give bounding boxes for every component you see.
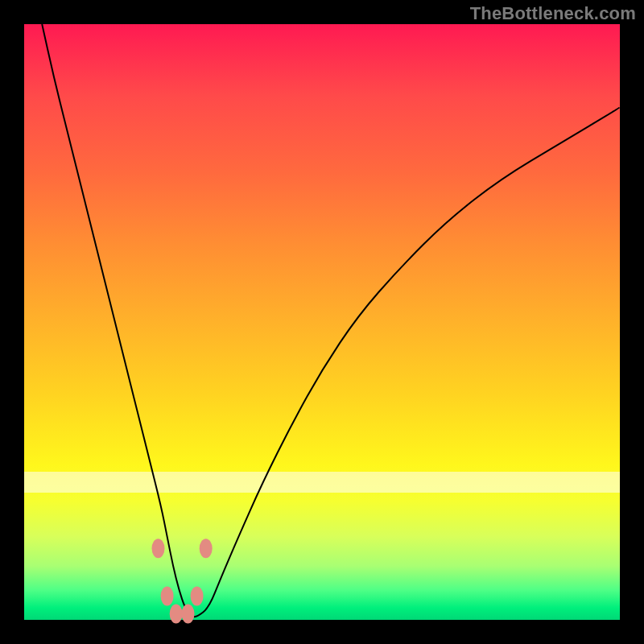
chart-canvas: TheBottleneck.com [0, 0, 644, 644]
watermark-text: TheBottleneck.com [470, 3, 636, 24]
marker-group [152, 539, 213, 623]
plot-area [24, 24, 620, 620]
marker-point [182, 605, 195, 624]
curve-path [42, 24, 620, 617]
marker-point [152, 539, 165, 558]
bottleneck-curve [24, 24, 620, 620]
marker-point [191, 586, 204, 605]
marker-point [200, 539, 213, 558]
marker-point [170, 605, 183, 624]
marker-point [161, 586, 174, 605]
